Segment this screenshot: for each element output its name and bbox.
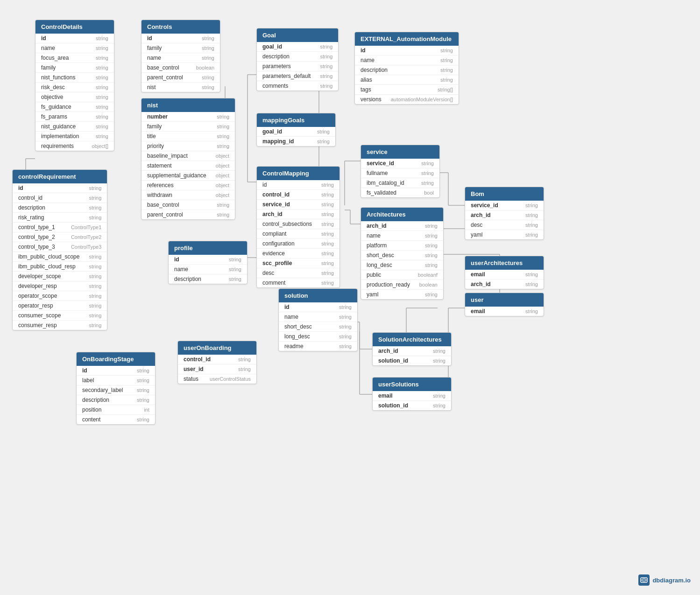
col-name: tags xyxy=(361,86,371,93)
table-row: configurationstring xyxy=(257,239,339,249)
table-row: arch_idstring xyxy=(257,210,339,219)
col-name: alias xyxy=(361,77,372,83)
col-type: string xyxy=(96,35,108,41)
table-userarchitectures: userArchitecturesemailstringarch_idstrin… xyxy=(465,256,544,289)
col-type: string xyxy=(89,313,101,318)
col-type: userControlStatus xyxy=(210,376,251,382)
table-row: fs_validatedbool xyxy=(361,188,439,197)
col-type: string xyxy=(321,211,334,217)
col-type: string xyxy=(89,283,101,289)
table-row: arch_idstring xyxy=(373,346,451,356)
col-type: string xyxy=(440,48,453,53)
table-row: mapping_idstring xyxy=(257,137,335,146)
col-name: control_subsections xyxy=(262,221,312,227)
table-row: descriptionstring xyxy=(77,395,155,405)
table-controls: Controlsidstringfamilystringnamestringba… xyxy=(141,20,220,92)
table-row: versionsautomationModuleVersion[] xyxy=(355,95,459,104)
col-type: boolean xyxy=(419,282,438,287)
col-name: email xyxy=(378,392,393,399)
col-name: scc_profile xyxy=(262,260,292,266)
col-name: email xyxy=(471,271,485,278)
col-type: string xyxy=(525,281,538,287)
table-row: prioritystring xyxy=(141,141,235,151)
col-name: operator_scope xyxy=(18,293,57,299)
col-name: focus_area xyxy=(41,55,69,61)
col-type: string xyxy=(89,205,101,210)
table-header-nist: nist xyxy=(141,98,235,112)
col-name: parameters_default xyxy=(262,73,311,79)
table-controldetails: ControlDetailsidstringnamestringfocus_ar… xyxy=(35,20,114,151)
table-header-service: service xyxy=(361,145,439,159)
col-type: object xyxy=(216,192,229,198)
col-name: control_type_3 xyxy=(18,244,55,250)
col-name: description xyxy=(174,276,201,282)
col-type: string xyxy=(433,403,445,408)
table-row: risk_ratingstring xyxy=(13,213,107,223)
col-name: id xyxy=(41,35,46,42)
col-name: risk_rating xyxy=(18,214,44,221)
table-header-solutionarchitectures: SolutionArchitectures xyxy=(373,333,451,346)
table-row: fs_guidancestring xyxy=(35,102,114,112)
col-type: string xyxy=(425,262,438,268)
col-type: string xyxy=(89,195,101,201)
table-header-usersolutions: userSolutions xyxy=(373,378,451,391)
table-nist: nistnumberstringfamilystringtitlestringp… xyxy=(141,98,235,220)
col-type: string xyxy=(440,77,453,83)
col-name: control_id xyxy=(184,356,211,363)
table-row: evidencestring xyxy=(257,249,339,259)
table-row: namestring xyxy=(355,56,459,65)
table-row: namestring xyxy=(361,231,443,241)
col-name: fs_guidance xyxy=(41,104,71,110)
col-type: string xyxy=(137,417,149,422)
col-type: string xyxy=(229,276,241,282)
watermark: dbdiagram.io xyxy=(638,574,691,586)
col-type: ControlType3 xyxy=(71,244,101,250)
col-name: long_desc xyxy=(367,262,392,268)
col-name: platform xyxy=(367,242,387,249)
table-row: idstring xyxy=(77,366,155,376)
table-row: secondary_labelstring xyxy=(77,385,155,395)
table-row: yamlstring xyxy=(361,290,443,299)
col-type: string xyxy=(96,133,108,139)
table-row: tagsstring[] xyxy=(355,85,459,95)
col-type: string xyxy=(433,393,445,399)
col-type: ControlType1 xyxy=(71,224,101,230)
table-header-user: user xyxy=(465,293,544,307)
col-type: object[] xyxy=(92,143,108,149)
col-type: string xyxy=(433,358,445,364)
col-name: configuration xyxy=(262,240,295,247)
col-type: string xyxy=(238,366,251,372)
table-row: platformstring xyxy=(361,241,443,251)
col-type: string xyxy=(440,57,453,63)
col-type: string xyxy=(320,44,332,49)
table-row: short_descstring xyxy=(361,251,443,260)
col-name: statement xyxy=(147,162,172,169)
col-type: string xyxy=(320,73,332,79)
col-type: string xyxy=(96,94,108,100)
table-row: operator_scopestring xyxy=(13,291,107,301)
col-type: booleanf xyxy=(418,272,438,278)
table-row: descstring xyxy=(257,268,339,278)
table-row: ibm_public_cloud_scopestring xyxy=(13,252,107,262)
watermark-icon xyxy=(638,574,650,586)
col-name: parameters xyxy=(262,63,291,70)
col-type: string xyxy=(89,264,101,269)
table-row: niststring xyxy=(141,83,220,92)
table-mappinggoals: mappingGoalsgoal_idstringmapping_idstrin… xyxy=(256,113,336,147)
table-header-controldetails: ControlDetails xyxy=(35,20,114,34)
table-row: namestring xyxy=(35,43,114,53)
col-name: arch_id xyxy=(378,348,398,354)
col-name: name xyxy=(147,55,161,61)
col-name: versions xyxy=(361,96,382,103)
col-type: string xyxy=(525,212,538,218)
col-name: references xyxy=(147,182,174,189)
col-type: string xyxy=(96,45,108,51)
table-row: emailstring xyxy=(465,307,544,316)
col-name: ibm_public_cloud_resp xyxy=(18,263,76,270)
col-name: service_id xyxy=(367,160,394,167)
col-type: string xyxy=(89,215,101,220)
col-name: operator_resp xyxy=(18,302,53,309)
table-row: control_type_2ControlType2 xyxy=(13,232,107,242)
table-header-profile: profile xyxy=(169,241,247,255)
col-name: consumer_resp xyxy=(18,322,57,329)
